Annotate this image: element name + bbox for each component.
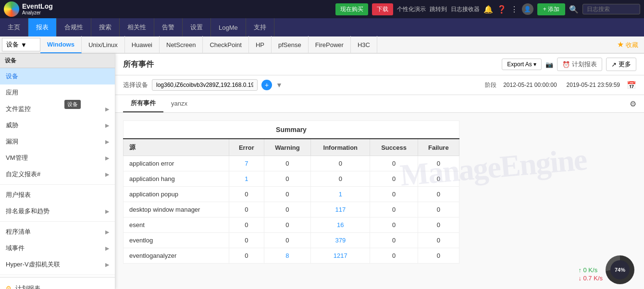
nav-reports[interactable]: 报表 xyxy=(28,18,57,36)
phase-dates-from: 2012-05-21 00:00:00 xyxy=(503,82,557,88)
nav-logme[interactable]: LogMe xyxy=(211,18,246,36)
main-nav: 主页 报表 合规性 搜索 相关性 告警 设置 LogMe 支持 xyxy=(0,18,644,36)
sidebar-header: 设备 xyxy=(0,54,115,68)
page-title: 所有事件 xyxy=(123,60,154,70)
tab-unix[interactable]: Unix/Linux xyxy=(82,36,125,53)
tab-huawei[interactable]: Huawei xyxy=(125,36,160,53)
question-icon[interactable]: ❓ xyxy=(497,5,507,14)
arrow-icon: ▶ xyxy=(105,106,109,112)
nav-alerts[interactable]: 告警 xyxy=(154,18,183,36)
table-section-title: Summary xyxy=(124,121,459,139)
sidebar-item-vm[interactable]: VM管理 ▶ xyxy=(0,150,115,166)
tab-windows[interactable]: Windows xyxy=(40,36,82,53)
favorites-button[interactable]: ★ 收藏 xyxy=(613,40,642,49)
col-success: Success xyxy=(370,139,418,156)
arrow-icon: ▶ xyxy=(105,122,109,129)
table-row: esent001600 xyxy=(124,217,459,233)
buy-button[interactable]: 现在购买 xyxy=(335,3,368,15)
arrow-icon: ▶ xyxy=(105,171,109,178)
device-filter-input[interactable] xyxy=(152,79,258,91)
sidebar-item-device[interactable]: 设备 xyxy=(0,68,115,84)
col-warning: Warning xyxy=(264,139,311,156)
tab-firepower[interactable]: FirePower xyxy=(309,36,351,53)
report-tab-all-events[interactable]: 所有事件 xyxy=(123,95,163,112)
sidebar-item-user-report[interactable]: 用户报表 xyxy=(0,187,115,203)
table-row: application popup00100 xyxy=(124,187,459,202)
table-row: application error70000 xyxy=(124,156,459,171)
status-side: ↑ 0 K/s ↓ 0.7 K/s xyxy=(578,266,603,282)
status-percent: 74% xyxy=(610,260,630,279)
sidebar-item-threat[interactable]: 威胁 ▶ xyxy=(0,117,115,133)
more-button[interactable]: ↗ 更多 xyxy=(606,58,636,71)
sidebar-item-program[interactable]: 程序清单 ▶ xyxy=(0,224,115,240)
arrow-icon: ▶ xyxy=(105,139,109,145)
report-tabs: 所有事件 yanzx ⚙ xyxy=(115,95,644,113)
nav-search[interactable]: 搜索 xyxy=(91,18,120,36)
status-wheel: 74% xyxy=(606,255,634,284)
arrow-icon: ▶ xyxy=(105,155,109,161)
tab-netscreen[interactable]: NetScreen xyxy=(160,36,203,53)
logo-area: EventLogAnalyzer xyxy=(4,1,53,17)
jump-link[interactable]: 跳转到 xyxy=(430,5,447,13)
nav-correlation[interactable]: 相关性 xyxy=(120,18,154,36)
sidebar-item-file-monitor[interactable]: 文件监控 ▶ xyxy=(0,101,115,117)
search-input[interactable] xyxy=(582,4,640,14)
tab-checkpoint[interactable]: CheckPoint xyxy=(203,36,248,53)
sidebar-foot: ⚙ 计划报表 ⚙ 管理报表 💡 需要新的报表吗？ xyxy=(0,277,115,289)
log-receiver-link[interactable]: 日志接收器 xyxy=(451,5,480,13)
summary-table: Summary 源 Error Warning Information Succ… xyxy=(123,120,459,264)
sub-header: 设备 ▼ Windows Unix/Linux Huawei NetScreen… xyxy=(0,36,644,54)
export-button[interactable]: Export As ▾ xyxy=(502,59,542,70)
nav-support[interactable]: 支持 xyxy=(246,18,274,36)
schedule-report-btn[interactable]: ⚙ 计划报表 xyxy=(0,280,115,289)
filter-bar: 选择设备 + ▼ 阶段 2012-05-21 00:00:00 2019-05-… xyxy=(115,75,644,95)
camera-icon[interactable]: 📷 xyxy=(545,61,553,68)
phase-label: 阶段 xyxy=(485,81,496,89)
filter-device-label: 选择设备 xyxy=(123,81,148,89)
user-avatar[interactable]: 👤 xyxy=(522,3,533,15)
table-row: eventloganalyzer08121700 xyxy=(124,248,459,264)
download-button[interactable]: 下载 xyxy=(372,3,393,15)
logo-text: EventLogAnalyzer xyxy=(22,3,53,15)
filter-icon[interactable]: ▼ xyxy=(276,81,283,89)
download-speed: ↓ 0.7 K/s xyxy=(578,275,603,282)
tab-h3c[interactable]: H3C xyxy=(351,36,377,53)
sidebar-menu: 设备 设备 设备 应用 文件监控 ▶ 威胁 ▶ 漏洞 ▶ VM管理 ▶ 自定义报… xyxy=(0,54,115,289)
personalize-link[interactable]: 个性化演示 xyxy=(397,5,426,13)
sidebar-item-custom[interactable]: 自定义报表# ▶ xyxy=(0,166,115,182)
calendar-icon[interactable]: 📅 xyxy=(627,81,636,90)
tab-hp[interactable]: HP xyxy=(249,36,272,53)
dots-icon[interactable]: ⋮ xyxy=(510,5,518,14)
nav-home[interactable]: 主页 xyxy=(0,18,28,36)
filter-add-button[interactable]: + xyxy=(261,80,272,90)
tab-pfsense[interactable]: pfSense xyxy=(272,36,309,53)
sidebar-item-top[interactable]: 排名最多和趋势 ▶ xyxy=(0,203,115,219)
nav-settings[interactable]: 设置 xyxy=(183,18,211,36)
clock-icon: ⏰ xyxy=(562,61,570,68)
nav-compliance[interactable]: 合规性 xyxy=(57,18,91,36)
logo-icon xyxy=(4,1,19,17)
sidebar-item-domain[interactable]: 域事件 ▶ xyxy=(0,240,115,256)
col-failure: Failure xyxy=(418,139,459,156)
sidebar-item-vuln[interactable]: 漏洞 ▶ xyxy=(0,133,115,150)
bell-icon[interactable]: 🔔 xyxy=(483,5,493,14)
report-tab-yanzx[interactable]: yanzx xyxy=(163,96,195,112)
search-icon[interactable]: 🔍 xyxy=(569,5,579,14)
sidebar-item-app[interactable]: 应用 xyxy=(0,84,115,101)
col-error: Error xyxy=(229,139,264,156)
upload-speed: ↑ 0 K/s xyxy=(578,266,603,274)
topbar: EventLogAnalyzer 现在购买 下载 个性化演示 跳转到 日志接收器… xyxy=(0,0,644,18)
add-button[interactable]: + 添加 xyxy=(537,3,565,15)
tab-settings-icon[interactable]: ⚙ xyxy=(630,99,636,108)
more-icon: ↗ xyxy=(611,61,617,68)
chevron-down-icon: ▼ xyxy=(21,41,27,48)
col-source: 源 xyxy=(124,139,229,156)
device-dropdown[interactable]: 设备 ▼ xyxy=(2,38,40,51)
arrow-icon: ▶ xyxy=(105,262,109,268)
sidebar-item-hyperv[interactable]: Hyper-V虚拟机关联 ▶ xyxy=(0,256,115,273)
table-row: desktop window manager0011700 xyxy=(124,202,459,217)
table-area: Summary 源 Error Warning Information Succ… xyxy=(115,113,644,271)
page-header: 所有事件 Export As ▾ 📷 ⏰ 计划报表 ↗ 更多 xyxy=(115,54,644,75)
topbar-right: 现在购买 下载 个性化演示 跳转到 日志接收器 🔔 ❓ ⋮ 👤 + 添加 🔍 xyxy=(335,3,640,15)
schedule-button[interactable]: ⏰ 计划报表 xyxy=(557,58,602,71)
